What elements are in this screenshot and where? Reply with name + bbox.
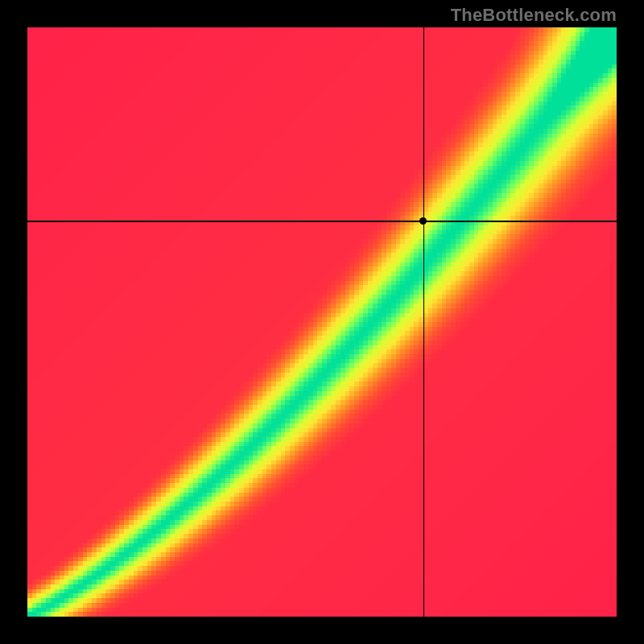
heatmap-canvas <box>27 27 617 617</box>
crosshair-horizontal <box>27 221 617 222</box>
crosshair-vertical <box>423 27 425 617</box>
heatmap-plot <box>27 27 617 617</box>
watermark-text: TheBottleneck.com <box>451 5 617 26</box>
selected-point <box>419 217 427 225</box>
chart-frame: TheBottleneck.com <box>0 0 644 644</box>
